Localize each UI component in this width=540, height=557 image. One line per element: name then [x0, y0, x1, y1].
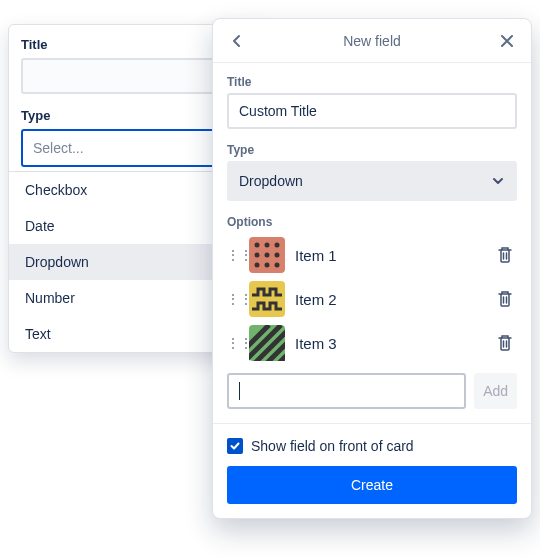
divider — [213, 423, 531, 424]
delete-option-button[interactable] — [497, 334, 517, 352]
options-label: Options — [227, 215, 517, 229]
svg-point-6 — [265, 263, 270, 268]
trash-icon — [497, 290, 513, 308]
show-on-front-checkbox[interactable] — [227, 438, 243, 454]
type-select[interactable]: Dropdown — [227, 161, 517, 201]
svg-rect-10 — [249, 281, 285, 317]
color-swatch[interactable] — [249, 325, 285, 361]
svg-point-5 — [265, 253, 270, 258]
option-row: ⋮⋮ Item 2 — [227, 277, 517, 321]
option-label: Item 3 — [295, 335, 487, 352]
type-label: Type — [227, 143, 517, 157]
delete-option-button[interactable] — [497, 246, 517, 264]
panel-header: New field — [213, 19, 531, 63]
option-row: ⋮⋮ Item 1 — [227, 233, 517, 277]
svg-point-9 — [275, 263, 280, 268]
close-button[interactable] — [495, 29, 519, 53]
svg-point-7 — [275, 243, 280, 248]
delete-option-button[interactable] — [497, 290, 517, 308]
title-input[interactable] — [227, 93, 517, 129]
create-button[interactable]: Create — [227, 466, 517, 504]
trash-icon — [497, 334, 513, 352]
svg-point-4 — [265, 243, 270, 248]
show-on-front-label: Show field on front of card — [251, 438, 414, 454]
color-swatch[interactable] — [249, 281, 285, 317]
type-value: Dropdown — [239, 173, 303, 189]
option-row: ⋮⋮ Item 3 — [227, 321, 517, 365]
chevron-left-icon — [229, 33, 245, 49]
option-label: Item 1 — [295, 247, 487, 264]
trash-icon — [497, 246, 513, 264]
close-icon — [500, 34, 514, 48]
chevron-down-icon — [491, 174, 505, 188]
new-field-panel: New field Title Type Dropdown Options ⋮⋮… — [212, 18, 532, 519]
back-button[interactable] — [225, 29, 249, 53]
new-option-input[interactable] — [227, 373, 466, 409]
text-cursor — [239, 382, 240, 400]
drag-handle-icon[interactable]: ⋮⋮ — [227, 336, 239, 350]
check-icon — [230, 441, 240, 451]
title-label: Title — [227, 75, 517, 89]
select-placeholder: Select... — [33, 140, 84, 156]
add-option-button[interactable]: Add — [474, 373, 517, 409]
svg-point-2 — [255, 253, 260, 258]
option-label: Item 2 — [295, 291, 487, 308]
svg-point-1 — [255, 243, 260, 248]
svg-point-3 — [255, 263, 260, 268]
drag-handle-icon[interactable]: ⋮⋮ — [227, 248, 239, 262]
color-swatch[interactable] — [249, 237, 285, 273]
drag-handle-icon[interactable]: ⋮⋮ — [227, 292, 239, 306]
panel-title: New field — [249, 33, 495, 49]
svg-point-8 — [275, 253, 280, 258]
